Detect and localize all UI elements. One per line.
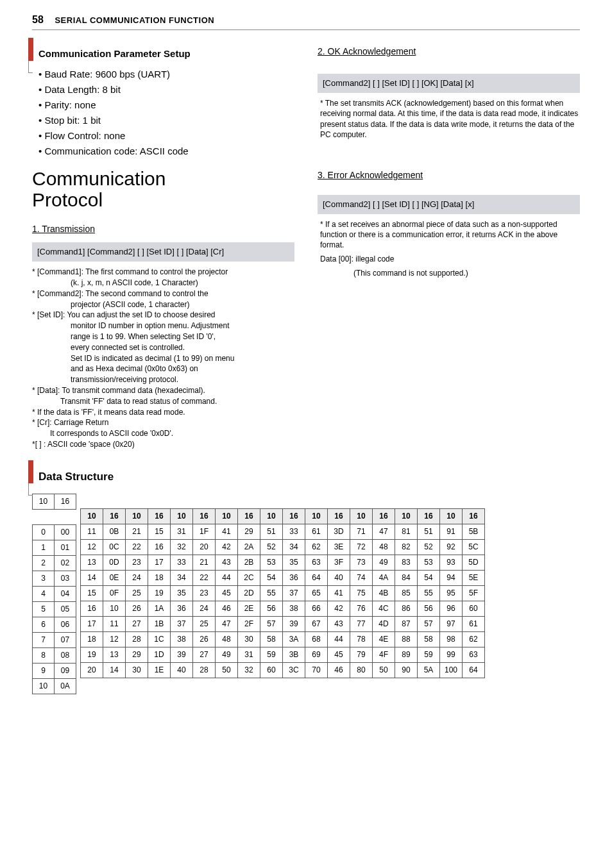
note-line: * If the data is 'FF', it means data rea…: [32, 407, 294, 418]
cell: 58: [260, 632, 283, 647]
table-row: 3624: [171, 601, 216, 617]
cell: 5E: [463, 571, 485, 586]
cell: 54: [260, 571, 283, 586]
cell: 56: [418, 601, 440, 617]
cell: 64: [305, 571, 328, 586]
cell: 98: [440, 632, 463, 647]
cell: 5: [33, 601, 55, 617]
conversion-block: 10165133523453355436553756385739583A593B…: [260, 494, 305, 679]
note-line: range is 1 to 99. When selecting Set ID …: [32, 331, 294, 342]
table-row: 2115: [126, 524, 171, 540]
header-cell: 10: [171, 509, 193, 524]
cell: 3F: [328, 555, 350, 571]
table-row: 925C: [440, 540, 485, 555]
table-row: 202: [33, 555, 76, 571]
cell: 28: [126, 632, 148, 647]
cell: 21: [126, 524, 148, 540]
table-row: 707: [33, 632, 76, 647]
cell: 06: [55, 617, 76, 632]
cell: 55: [260, 586, 283, 601]
cell: 89: [395, 647, 418, 663]
ok-ack-heading: 2. OK Acknowledgement: [318, 46, 580, 58]
note-line: *[ ] : ASCII code 'space (0x20): [32, 439, 294, 450]
conversion-block: 1016815182528353845485558656875788588959…: [395, 494, 440, 679]
cell: 70: [305, 663, 328, 678]
cell: 40: [328, 571, 350, 586]
cell: 34: [171, 571, 193, 586]
cell: 42: [216, 540, 238, 555]
conversion-block: 1016714772487349744A754B764C774D784E794F…: [350, 494, 395, 679]
cell: 24: [126, 571, 148, 586]
page-header: 58 SERIAL COMMUNICATION FUNCTION: [32, 13, 580, 30]
table-row: 613D: [305, 524, 350, 540]
cell: 38: [283, 601, 305, 617]
page-number: 58: [32, 13, 44, 27]
cell: 3D: [328, 524, 350, 540]
table-row: 7046: [305, 663, 350, 678]
cell: 30: [126, 663, 148, 678]
header-cell: 16: [418, 509, 440, 524]
table-row: 744A: [350, 571, 395, 586]
cell: 59: [418, 647, 440, 663]
cell: 73: [350, 555, 373, 571]
table-row: 4028: [171, 663, 216, 678]
table-row: 1016: [305, 509, 350, 524]
data-structure-section: Data Structure 10 16 0001012023034045056…: [32, 469, 580, 694]
cell: 22: [126, 540, 148, 555]
cell: 29: [126, 647, 148, 663]
cell: 96: [440, 601, 463, 617]
cell: 6: [33, 617, 55, 632]
table-row: 271B: [126, 617, 171, 632]
cell: 3B: [283, 647, 305, 663]
cell: 0E: [103, 571, 126, 586]
cell: 26: [126, 601, 148, 617]
table-row: 404: [33, 586, 76, 601]
table-row: 8151: [395, 524, 440, 540]
cell: 45: [328, 647, 350, 663]
header-cell: 16: [148, 509, 171, 524]
table-row: 7147: [350, 524, 395, 540]
table-row: 432B: [216, 555, 260, 571]
cell: 39: [283, 617, 305, 632]
table-row: 1016: [395, 509, 440, 524]
cell: 41: [328, 586, 350, 601]
cell: 91: [440, 524, 463, 540]
cell: 23: [193, 586, 216, 601]
cell: 90: [395, 663, 418, 678]
table-row: 764C: [350, 601, 395, 617]
cell: 95: [440, 586, 463, 601]
cell: 1: [33, 540, 55, 555]
cell: 74: [350, 571, 373, 586]
table-row: 6440: [305, 571, 350, 586]
cell: 87: [395, 617, 418, 632]
cell: 50: [373, 663, 395, 678]
cell: 0D: [103, 555, 126, 571]
cell: 61: [463, 617, 485, 632]
data-structure-heading: Data Structure: [32, 469, 580, 485]
cell: 09: [55, 663, 76, 678]
header-cell: 10: [216, 509, 238, 524]
header-cell: 10: [305, 509, 328, 524]
note-line: and as Hexa decimal (0x0to 0x63) on: [32, 363, 294, 374]
cell: 72: [350, 540, 373, 555]
table-row: 472F: [216, 617, 260, 632]
header-cell: 16: [103, 509, 126, 524]
cell: 08: [55, 647, 76, 663]
cell: 34: [283, 540, 305, 555]
cell: 0: [33, 524, 55, 540]
cell: 44: [216, 571, 238, 586]
cell: 0F: [103, 586, 126, 601]
cell: 21: [193, 555, 216, 571]
table-row: 6642: [305, 601, 350, 617]
note-line: (k. j, x, m, n ASCII code, 1 Character): [32, 278, 294, 288]
cell: 48: [216, 632, 238, 647]
cell: 19: [148, 586, 171, 601]
table-row: 3725: [171, 617, 216, 632]
cell: 86: [395, 601, 418, 617]
cell: 35: [171, 586, 193, 601]
cell: 85: [395, 586, 418, 601]
table-row: 4129: [216, 524, 260, 540]
cell: 56: [260, 601, 283, 617]
cell: 53: [260, 555, 283, 571]
cell: 17: [81, 617, 103, 632]
